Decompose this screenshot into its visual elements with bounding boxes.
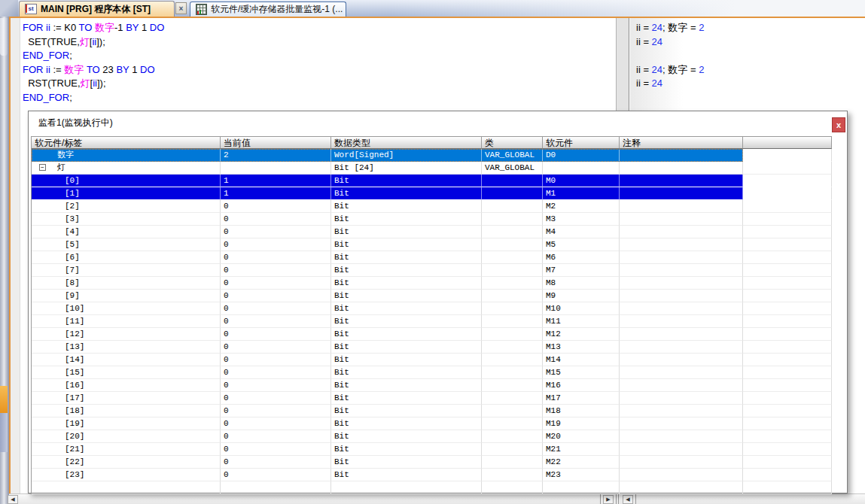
cell-device[interactable]: M18 [543, 405, 620, 417]
watch-row[interactable]: [1]1BitM1 [32, 187, 833, 200]
cell-class[interactable] [482, 187, 543, 200]
cell-comment[interactable] [620, 315, 743, 328]
horizontal-scrollbar-track[interactable] [9, 493, 865, 504]
cell-device-label[interactable]: [12] [32, 328, 221, 341]
cell-data-type[interactable]: Bit [331, 187, 482, 200]
row-band[interactable]: [5]0BitM5 [32, 238, 743, 251]
cell-device-label[interactable]: [16] [32, 379, 221, 392]
cell-current-value[interactable] [221, 481, 331, 494]
column-header-2[interactable]: 当前值 [221, 136, 331, 149]
cell-current-value[interactable]: 0 [221, 251, 331, 264]
cell-data-type[interactable] [331, 481, 482, 494]
row-band[interactable]: [10]0BitM10 [32, 302, 743, 315]
row-band[interactable]: [6]0BitM6 [32, 251, 743, 264]
cell-current-value[interactable]: 0 [221, 290, 331, 302]
scroll-left-button[interactable]: ◀ [8, 495, 18, 504]
cell-device-label[interactable]: [8] [32, 277, 221, 290]
cell-device[interactable]: M21 [543, 443, 620, 456]
cell-device[interactable]: M17 [543, 392, 620, 405]
cell-comment[interactable] [620, 341, 743, 354]
row-band[interactable]: [16]0BitM16 [32, 379, 743, 392]
cell-current-value[interactable]: 0 [221, 405, 331, 417]
cell-data-type[interactable]: Bit [331, 456, 482, 469]
cell-device[interactable]: M3 [543, 213, 620, 226]
cell-class[interactable] [482, 175, 543, 187]
cell-class[interactable] [482, 251, 543, 264]
cell-device[interactable]: M0 [543, 175, 620, 187]
cell-device-label[interactable]: [11] [32, 315, 221, 328]
cell-class[interactable] [482, 277, 543, 290]
cell-comment[interactable] [620, 251, 743, 264]
row-band[interactable]: 数字2Word[Signed]VAR_GLOBALD0 [32, 149, 743, 162]
cell-comment[interactable] [620, 187, 743, 200]
row-band[interactable]: [7]0BitM7 [32, 264, 743, 277]
cell-device[interactable]: D0 [543, 149, 620, 162]
cell-data-type[interactable]: Bit [331, 238, 482, 251]
cell-class[interactable] [482, 443, 543, 456]
row-band[interactable]: [20]0BitM20 [32, 430, 743, 443]
cell-device-label[interactable]: [21] [32, 443, 221, 456]
watch-row[interactable]: [11]0BitM11 [32, 315, 833, 328]
cell-device-label[interactable]: [9] [32, 290, 221, 302]
row-band[interactable]: [2]0BitM2 [32, 200, 743, 213]
cell-data-type[interactable]: Bit [331, 277, 482, 290]
cell-device-label[interactable]: [22] [32, 456, 221, 469]
cell-class[interactable] [482, 481, 543, 494]
cell-device-label[interactable]: [10] [32, 302, 221, 315]
cell-device-label[interactable]: [0] [32, 175, 221, 187]
cell-current-value[interactable]: 1 [221, 187, 331, 200]
cell-current-value[interactable]: 0 [221, 238, 331, 251]
cell-device-label[interactable]: −灯 [32, 162, 221, 175]
cell-device-label[interactable]: [23] [32, 469, 221, 481]
row-band[interactable]: −灯Bit [24]VAR_GLOBAL [32, 162, 743, 175]
cell-current-value[interactable]: 0 [221, 302, 331, 315]
cell-current-value[interactable]: 2 [221, 149, 331, 162]
cell-data-type[interactable]: Bit [331, 290, 482, 302]
cell-class[interactable] [482, 213, 543, 226]
cell-class[interactable] [482, 379, 543, 392]
cell-comment[interactable] [620, 213, 743, 226]
cell-device[interactable]: M2 [543, 200, 620, 213]
cell-comment[interactable] [620, 290, 743, 302]
cell-device[interactable]: M7 [543, 264, 620, 277]
watch-row[interactable]: [23]0BitM23 [32, 469, 833, 481]
cell-data-type[interactable]: Bit [331, 251, 482, 264]
cell-current-value[interactable]: 0 [221, 341, 331, 354]
cell-device-label[interactable]: [7] [32, 264, 221, 277]
row-band[interactable]: [4]0BitM4 [32, 226, 743, 238]
cell-data-type[interactable]: Bit [331, 200, 482, 213]
cell-comment[interactable] [620, 277, 743, 290]
cell-data-type[interactable]: Bit [331, 315, 482, 328]
row-band[interactable]: [9]0BitM9 [32, 290, 743, 302]
cell-comment[interactable] [620, 469, 743, 481]
cell-device-label[interactable]: [15] [32, 366, 221, 379]
cell-class[interactable] [482, 238, 543, 251]
watch-row[interactable]: [8]0BitM8 [32, 277, 833, 290]
cell-class[interactable] [482, 430, 543, 443]
watch-window[interactable]: 监看1(监视执行中) x 软元件/标签当前值数据类型类软元件注释 数字2Word… [28, 111, 848, 493]
cell-class[interactable] [482, 302, 543, 315]
tab-batch-monitor[interactable]: 软元件/缓冲存储器批量监视-1 (... [190, 2, 346, 17]
row-band[interactable]: [21]0BitM21 [32, 443, 743, 456]
cell-class[interactable] [482, 341, 543, 354]
cell-device[interactable]: M13 [543, 341, 620, 354]
cell-data-type[interactable]: Bit [331, 379, 482, 392]
watch-row[interactable]: [9]0BitM9 [32, 290, 833, 302]
cell-class[interactable] [482, 469, 543, 481]
dock-strip-segment[interactable] [0, 386, 8, 413]
cell-class[interactable]: VAR_GLOBAL [482, 162, 543, 175]
watch-row[interactable]: [6]0BitM6 [32, 251, 833, 264]
column-header-1[interactable]: 软元件/标签 [32, 136, 221, 149]
row-band[interactable]: [0]1BitM0 [32, 175, 743, 187]
cell-device[interactable]: M11 [543, 315, 620, 328]
row-band[interactable]: [1]1BitM1 [32, 187, 743, 200]
cell-comment[interactable] [620, 405, 743, 417]
row-band[interactable]: [12]0BitM12 [32, 328, 743, 341]
cell-comment[interactable] [620, 379, 743, 392]
cell-data-type[interactable]: Bit [331, 443, 482, 456]
cell-device[interactable]: M22 [543, 456, 620, 469]
cell-comment[interactable] [620, 226, 743, 238]
column-header-3[interactable]: 数据类型 [331, 136, 482, 149]
cell-comment[interactable] [620, 354, 743, 366]
cell-device-label[interactable]: [3] [32, 213, 221, 226]
